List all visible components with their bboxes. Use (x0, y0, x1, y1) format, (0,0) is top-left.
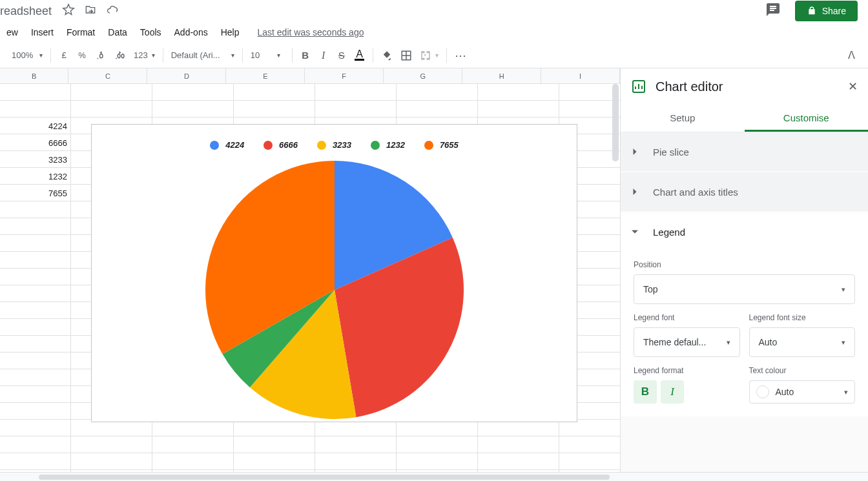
field-label: Position (634, 260, 855, 269)
menu-format[interactable]: Format (60, 25, 101, 40)
increase-decimal-button[interactable] (110, 46, 130, 65)
section-label: Legend (653, 227, 685, 238)
chevron-down-icon (628, 225, 641, 238)
menu-tools[interactable]: Tools (134, 25, 168, 40)
column-header[interactable]: D (147, 68, 226, 83)
menu-data[interactable]: Data (101, 25, 134, 40)
legend-bold-button[interactable]: B (634, 380, 657, 404)
bold-button[interactable]: B (296, 46, 315, 65)
share-button[interactable]: Share (795, 1, 858, 21)
chevron-right-icon (628, 185, 641, 198)
color-swatch (756, 385, 769, 398)
column-header[interactable]: F (305, 68, 384, 83)
zoom-select[interactable]: 100% (8, 46, 46, 65)
column-header[interactable]: I (541, 68, 620, 83)
cell-b[interactable]: 1232 (0, 168, 71, 185)
lock-icon (807, 6, 817, 16)
legend-item: 1232 (371, 140, 405, 150)
font-select[interactable]: Default (Ari... (167, 46, 238, 65)
legend-font-size-select[interactable]: Auto (749, 327, 856, 357)
embedded-chart[interactable]: 42246666323312327655 (91, 124, 577, 422)
borders-button[interactable] (397, 46, 416, 65)
more-tools-button[interactable]: ⋯ (451, 46, 471, 65)
legend-item: 4224 (210, 140, 244, 150)
collapse-toolbar-button[interactable]: ᐱ (842, 46, 860, 65)
legend-italic-button[interactable]: I (661, 380, 684, 404)
horizontal-scrollbar[interactable] (0, 472, 868, 481)
menu-addons[interactable]: Add-ons (168, 25, 214, 40)
menu-view[interactable]: ew (0, 25, 25, 40)
legend-text-color-select[interactable]: Auto (749, 380, 856, 404)
move-icon[interactable] (84, 3, 97, 19)
decrease-decimal-button[interactable] (91, 46, 110, 65)
currency-button[interactable]: £ (55, 46, 73, 65)
merge-button[interactable] (416, 46, 442, 65)
document-title[interactable]: readsheet (0, 5, 52, 18)
column-header[interactable]: H (462, 68, 541, 83)
legend-font-select[interactable]: Theme defaul... (634, 327, 740, 357)
font-size-select[interactable]: 10 (247, 46, 284, 65)
legend-item: 6666 (264, 140, 298, 150)
close-sidebar-button[interactable]: ✕ (848, 79, 858, 94)
tab-setup[interactable]: Setup (621, 105, 745, 132)
menu-insert[interactable]: Insert (25, 25, 60, 40)
fill-color-button[interactable] (377, 46, 397, 65)
chevron-right-icon (628, 145, 641, 158)
legend-item: 3233 (317, 140, 351, 150)
strikethrough-button[interactable]: S (333, 46, 351, 65)
section-chart-axis-titles[interactable]: Chart and axis titles (621, 172, 868, 211)
column-header[interactable]: C (68, 68, 147, 83)
legend-item: 7655 (424, 140, 459, 150)
chart-editor-icon (631, 79, 646, 94)
legend-position-select[interactable]: Top (634, 274, 855, 304)
star-icon[interactable] (62, 3, 75, 19)
last-edit-link[interactable]: Last edit was seconds ago (257, 27, 364, 37)
comments-icon[interactable] (765, 2, 781, 21)
field-label: Legend font size (749, 313, 856, 322)
cell-b[interactable]: 7655 (0, 185, 71, 201)
column-header[interactable]: B (0, 68, 68, 83)
sidebar-title: Chart editor (656, 79, 723, 94)
vertical-scrollbar[interactable] (612, 84, 619, 161)
text-color-button[interactable]: A (351, 46, 369, 65)
cell-b[interactable]: 6666 (0, 134, 71, 151)
field-label: Legend font (634, 313, 740, 322)
tab-customise[interactable]: Customise (745, 105, 869, 132)
field-label: Legend format (634, 366, 740, 375)
number-format-select[interactable]: 123 (130, 46, 159, 65)
section-label: Pie slice (653, 147, 689, 158)
percent-button[interactable]: % (73, 46, 91, 65)
section-pie-slice[interactable]: Pie slice (621, 132, 868, 171)
cell-b[interactable]: 4224 (0, 118, 71, 134)
column-header[interactable]: G (384, 68, 462, 83)
section-legend[interactable]: Legend (621, 212, 868, 251)
column-header[interactable]: E (226, 68, 305, 83)
section-label: Chart and axis titles (653, 187, 738, 198)
cell-b[interactable]: 3233 (0, 151, 71, 168)
italic-button[interactable]: I (315, 46, 333, 65)
cloud-icon[interactable] (106, 3, 119, 19)
menu-help[interactable]: Help (214, 25, 246, 40)
field-label: Text colour (749, 366, 856, 375)
share-label: Share (822, 6, 846, 16)
